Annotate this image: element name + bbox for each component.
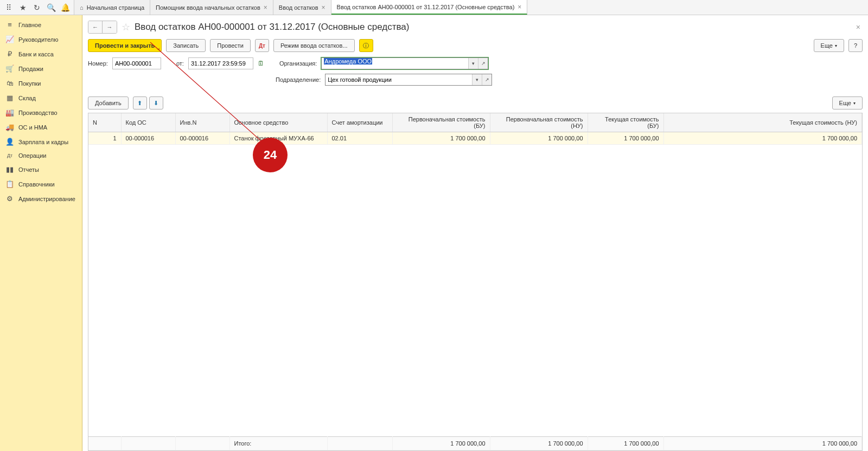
form-row-2: Подразделение: ▾ ↗ [88,74,863,90]
sidebar-item-assets[interactable]: 🚚ОС и НМА [0,120,82,134]
top-toolbar: ⠿ ★ ↻ 🔍 🔔 ⌂ Начальная страница Помощник … [0,0,868,15]
sidebar-item-label: Продажи [18,66,43,72]
sidebar-item-label: Склад [18,95,36,101]
cell-asset: Станок фрезерный МУХА-66 [229,132,327,145]
save-button[interactable]: Записать [166,39,206,52]
col-amort[interactable]: Счет амортизации [327,113,392,132]
notifications-icon[interactable]: 🔔 [59,1,72,14]
sidebar-item-warehouse[interactable]: ▦Склад [0,91,82,105]
org-input[interactable]: Андромеда ООО [322,58,468,69]
add-button[interactable]: Добавить [88,96,129,109]
tab-bar: ⌂ Начальная страница Помощник ввода нача… [74,0,868,15]
history-icon[interactable]: ↻ [30,1,43,14]
cell-curr-bu: 1 700 000,00 [588,132,663,145]
sidebar-item-label: Главное [18,22,41,28]
col-curr-nu[interactable]: Текущая стоимость (НУ) [663,113,862,132]
table-header-row: N Код ОС Инв.N Основное средство Счет ам… [88,113,862,132]
sidebar-item-label: ОС и НМА [18,124,47,131]
tab-home[interactable]: ⌂ Начальная страница [74,0,150,15]
footer-init-nu: 1 700 000,00 [490,437,588,450]
tab-label: Помощник ввода начальных остатков [156,4,260,11]
dt-kt-button[interactable]: Дт [255,39,269,52]
move-up-button[interactable]: ⬆ [133,96,147,109]
factory-icon: 🏭 [5,108,14,117]
number-input[interactable] [112,57,161,69]
sidebar: ≡Главное 📈Руководителю ₽Банк и касса 🛒Пр… [0,15,82,451]
favorite-icon[interactable]: ★ [16,1,29,14]
tab-assistant[interactable]: Помощник ввода начальных остатков × [150,0,273,15]
debit-icon: Дт [5,153,14,158]
sidebar-item-catalogs[interactable]: 📋Справочники [0,177,82,191]
cell-curr-nu: 1 700 000,00 [663,132,862,145]
sidebar-item-label: Администрирование [18,196,75,202]
gear-icon: ⚙ [5,195,14,203]
col-curr-bu[interactable]: Текущая стоимость (БУ) [588,113,663,132]
table-more-button[interactable]: Еще▾ [832,96,863,109]
more-button[interactable]: Еще▾ [814,39,844,52]
info-button[interactable]: ⓘ [359,39,373,52]
close-page-button[interactable]: × [856,23,863,31]
footer-init-bu: 1 700 000,00 [392,437,490,450]
tab-entries[interactable]: Ввод остатков × [273,0,331,15]
date-input[interactable] [188,57,253,69]
sidebar-item-label: Покупки [18,80,41,87]
post-button[interactable]: Провести [210,39,251,52]
table-empty-area[interactable] [88,145,862,436]
table-row[interactable]: 1 00-000016 00-000016 Станок фрезерный М… [88,132,862,145]
col-inv[interactable]: Инв.N [175,113,229,132]
col-code[interactable]: Код ОС [121,113,175,132]
dept-input[interactable] [326,74,472,85]
menu-icon: ≡ [5,21,14,29]
help-button[interactable]: ? [848,39,863,52]
bars-icon: ▮▮ [5,165,14,173]
person-icon: 👤 [5,138,14,146]
title-row: ← → ☆ Ввод остатков АН00-000001 от 31.12… [88,18,863,39]
close-icon[interactable]: × [264,4,267,11]
org-label: Организация: [279,60,317,67]
main-content: ← → ☆ Ввод остатков АН00-000001 от 31.12… [82,15,868,451]
search-icon[interactable]: 🔍 [44,1,58,14]
col-n[interactable]: N [88,113,121,132]
back-button[interactable]: ← [88,21,103,33]
sidebar-item-bank[interactable]: ₽Банк и касса [0,47,82,61]
sidebar-item-sales[interactable]: 🛒Продажи [0,61,82,76]
chart-icon: 📈 [5,35,14,43]
ruble-icon: ₽ [5,50,14,58]
sidebar-item-manager[interactable]: 📈Руководителю [0,32,82,47]
sidebar-item-purchases[interactable]: 🛍Покупки [0,76,82,91]
apps-icon[interactable]: ⠿ [2,1,15,14]
sidebar-item-admin[interactable]: ⚙Администрирование [0,191,82,206]
sidebar-item-hr[interactable]: 👤Зарплата и кадры [0,134,82,149]
dept-combo[interactable]: ▾ ↗ [325,74,492,86]
sidebar-item-main[interactable]: ≡Главное [0,17,82,32]
tab-document[interactable]: Ввод остатков АН00-000001 от 31.12.2017 … [331,0,528,15]
star-icon[interactable]: ☆ [122,21,130,33]
chevron-down-icon: ▾ [853,101,856,106]
sidebar-item-reports[interactable]: ▮▮Отчеты [0,162,82,177]
calendar-icon[interactable]: 🗓 [258,60,264,67]
chevron-down-icon[interactable]: ▾ [472,74,482,85]
form-row-1: Номер: от: 🗓 Организация: Андромеда ООО … [88,57,863,74]
number-label: Номер: [88,60,108,67]
nav-buttons: ← → [88,21,117,34]
close-icon[interactable]: × [518,3,521,11]
page-title: Ввод остатков АН00-000001 от 31.12.2017 … [135,22,409,33]
col-init-bu[interactable]: Первоначальная стоимость (БУ) [392,113,490,132]
post-and-close-button[interactable]: Провести и закрыть [88,39,162,52]
sidebar-item-operations[interactable]: ДтОперации [0,149,82,162]
open-button[interactable]: ↗ [478,58,488,69]
col-asset[interactable]: Основное средство [229,113,327,132]
close-icon[interactable]: × [322,4,326,11]
col-init-nu[interactable]: Первоначальная стоимость (НУ) [490,113,588,132]
sidebar-item-production[interactable]: 🏭Производство [0,105,82,120]
move-down-button[interactable]: ⬇ [149,96,163,109]
forward-button[interactable]: → [103,21,117,33]
mode-button[interactable]: Режим ввода остатков... [273,39,355,52]
org-combo[interactable]: Андромеда ООО ▾ ↗ [321,57,488,69]
chevron-down-icon[interactable]: ▾ [468,58,478,69]
footer-curr-nu: 1 700 000,00 [663,437,862,450]
sidebar-item-label: Операции [18,152,46,159]
open-button[interactable]: ↗ [482,74,492,85]
sidebar-item-label: Отчеты [18,166,39,173]
cell-n: 1 [88,132,121,145]
